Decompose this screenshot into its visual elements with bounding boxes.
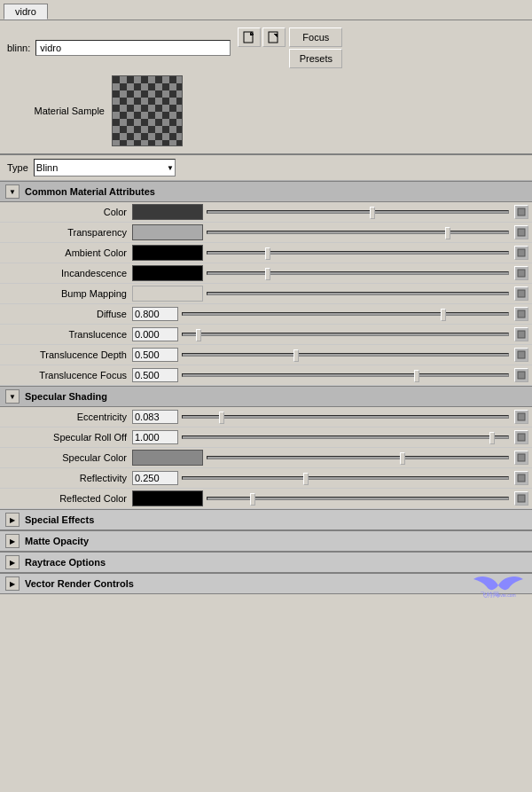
diffuse-input[interactable] xyxy=(132,307,178,321)
raytrace-options-section-header[interactable]: ▶ Raytrace Options xyxy=(0,552,532,573)
reflected-color-slider-container xyxy=(203,490,512,506)
tab-vidro[interactable]: vidro xyxy=(4,4,48,20)
specular-color-swatch[interactable] xyxy=(132,450,203,466)
map-icon xyxy=(517,412,526,421)
specular-expand-arrow: ▼ xyxy=(5,389,20,404)
translucence-focus-slider-thumb[interactable] xyxy=(414,370,419,382)
diffuse-slider-container xyxy=(178,306,512,322)
bump-mapping-map-btn[interactable] xyxy=(514,286,528,301)
translucence-slider-thumb[interactable] xyxy=(196,329,201,341)
eccentricity-slider-thumb[interactable] xyxy=(219,412,224,424)
transparency-slider-thumb[interactable] xyxy=(445,227,450,239)
reflectivity-slider-track xyxy=(182,476,509,480)
reflected-color-slider-thumb[interactable] xyxy=(250,493,255,506)
attr-label-color: Color xyxy=(4,207,132,217)
type-select-wrapper: Blinn Lambert Phong PhongE Anisotropic ▼ xyxy=(34,159,176,176)
color-slider-container xyxy=(203,204,512,220)
diffuse-slider-thumb[interactable] xyxy=(441,309,446,321)
matte-opacity-arrow: ▶ xyxy=(5,534,20,548)
translucence-focus-map-btn[interactable] xyxy=(514,368,528,382)
translucence-map-btn[interactable] xyxy=(514,327,528,341)
specular-color-map-btn[interactable] xyxy=(514,451,528,465)
common-material-section-header[interactable]: ▼ Common Material Attributes xyxy=(0,181,532,202)
transparency-map-btn[interactable] xyxy=(514,225,528,239)
map-icon xyxy=(517,330,526,339)
svg-rect-3 xyxy=(269,32,278,43)
incandescence-slider-thumb[interactable] xyxy=(265,268,270,280)
presets-label: Presets xyxy=(300,53,332,64)
watermark-wings-icon: 飞特网 fevte.com xyxy=(472,572,525,602)
material-sample-row: Material Sample xyxy=(7,75,525,146)
specular-shading-section-header[interactable]: ▼ Specular Shading xyxy=(0,386,532,407)
type-select[interactable]: Blinn Lambert Phong PhongE Anisotropic xyxy=(34,159,176,176)
material-sample-checker[interactable] xyxy=(112,75,183,146)
section-expand-arrow: ▼ xyxy=(5,184,20,199)
map-icon xyxy=(517,453,526,462)
special-effects-section-header[interactable]: ▶ Special Effects xyxy=(0,509,532,530)
svg-rect-18 xyxy=(518,474,525,482)
import-button[interactable] xyxy=(238,27,261,47)
bump-mapping-swatch[interactable] xyxy=(132,286,203,302)
focus-button[interactable]: Focus xyxy=(289,27,342,47)
map-icon xyxy=(517,289,526,298)
translucence-depth-map-btn[interactable] xyxy=(514,348,528,362)
incandescence-map-btn[interactable] xyxy=(514,266,528,280)
eccentricity-input[interactable] xyxy=(132,410,178,424)
ambient-color-slider-track xyxy=(207,251,509,255)
type-row: Type Blinn Lambert Phong PhongE Anisotro… xyxy=(0,155,532,181)
attr-row-diffuse: Diffuse xyxy=(0,304,532,325)
transparency-slider-track xyxy=(207,231,509,234)
map-icon xyxy=(517,310,526,318)
common-material-title: Common Material Attributes xyxy=(25,186,155,197)
specular-color-slider-track xyxy=(207,456,509,459)
incandescence-swatch[interactable] xyxy=(132,265,203,281)
eccentricity-map-btn[interactable] xyxy=(514,410,528,424)
specular-roll-off-map-btn[interactable] xyxy=(514,430,528,444)
reflected-color-swatch[interactable] xyxy=(132,490,203,506)
reflectivity-input[interactable] xyxy=(132,471,178,485)
ambient-color-map-btn[interactable] xyxy=(514,246,528,260)
specular-roll-off-input[interactable] xyxy=(132,430,178,444)
translucence-input[interactable] xyxy=(132,327,178,341)
color-swatch[interactable] xyxy=(132,204,203,220)
attr-label-bump-mapping: Bump Mapping xyxy=(4,288,132,299)
attr-row-translucence-focus: Translucence Focus xyxy=(0,365,532,386)
translucence-focus-slider-track xyxy=(182,373,509,377)
translucence-depth-slider-thumb[interactable] xyxy=(293,349,299,362)
matte-opacity-section-header[interactable]: ▶ Matte Opacity xyxy=(0,530,532,552)
translucence-depth-slider-track xyxy=(182,353,509,357)
reflected-color-map-btn[interactable] xyxy=(514,491,528,506)
bump-mapping-slider-track xyxy=(207,292,509,295)
raytrace-options-title: Raytrace Options xyxy=(25,557,106,568)
svg-rect-13 xyxy=(518,351,525,358)
presets-button[interactable]: Presets xyxy=(289,49,342,68)
transparency-swatch[interactable] xyxy=(132,224,203,240)
specular-roll-off-slider-track xyxy=(182,435,509,439)
vector-render-title: Vector Render Controls xyxy=(25,578,134,589)
export-button[interactable] xyxy=(262,27,286,47)
diffuse-map-btn[interactable] xyxy=(514,307,528,321)
reflectivity-map-btn[interactable] xyxy=(514,471,528,485)
map-icon xyxy=(517,350,526,359)
vector-render-section-header[interactable]: ▶ Vector Render Controls 飞特网 fevte.com xyxy=(0,573,532,594)
translucence-focus-input[interactable] xyxy=(132,368,178,382)
watermark: 飞特网 fevte.com xyxy=(472,572,525,602)
color-map-btn[interactable] xyxy=(514,205,528,219)
specular-roll-off-slider-thumb[interactable] xyxy=(489,432,495,444)
specular-color-slider-thumb[interactable] xyxy=(400,452,405,465)
ambient-color-swatch[interactable] xyxy=(132,245,203,261)
svg-rect-17 xyxy=(518,454,525,461)
reflectivity-slider-thumb[interactable] xyxy=(303,473,309,485)
tab-label: vidro xyxy=(15,6,36,17)
content-area[interactable]: Type Blinn Lambert Phong PhongE Anisotro… xyxy=(0,155,532,792)
attr-row-translucence-depth: Translucence Depth xyxy=(0,345,532,365)
color-slider-thumb[interactable] xyxy=(370,207,375,219)
svg-rect-14 xyxy=(518,372,525,379)
blinn-input[interactable] xyxy=(35,40,231,56)
export-icon xyxy=(268,31,280,43)
attr-row-incandescence: Incandescence xyxy=(0,263,532,284)
eccentricity-slider-container xyxy=(178,409,512,425)
translucence-depth-input[interactable] xyxy=(132,348,178,362)
translucence-slider-track xyxy=(182,333,509,336)
ambient-color-slider-thumb[interactable] xyxy=(265,247,270,260)
